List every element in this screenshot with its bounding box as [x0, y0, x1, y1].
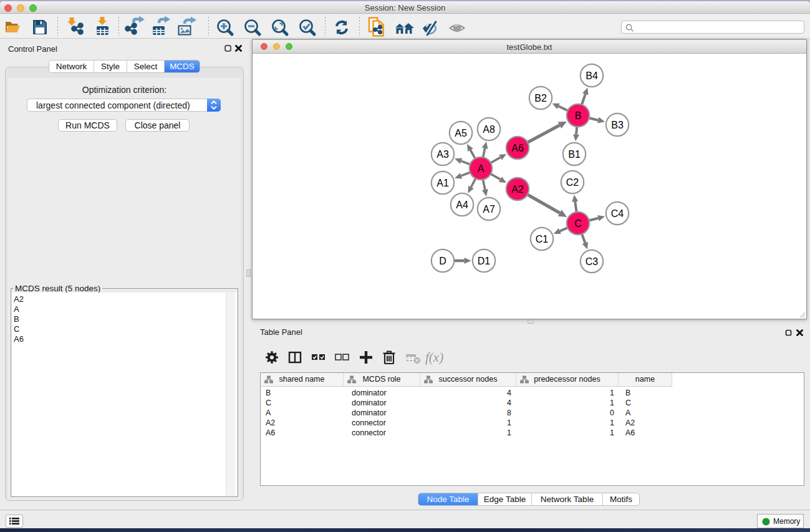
svg-text:D1: D1: [478, 256, 491, 266]
svg-text:C: C: [574, 218, 582, 229]
svg-text:A2: A2: [511, 184, 524, 195]
svg-text:A7: A7: [483, 204, 495, 215]
svg-text:C4: C4: [611, 208, 624, 219]
svg-text:A4: A4: [456, 200, 468, 210]
svg-text:A3: A3: [436, 149, 449, 160]
svg-text:B: B: [575, 110, 582, 121]
svg-text:C3: C3: [586, 256, 599, 267]
svg-text:A1: A1: [436, 178, 449, 188]
svg-text:D: D: [439, 256, 446, 266]
svg-text:A6: A6: [511, 143, 524, 153]
svg-text:B4: B4: [586, 70, 598, 81]
svg-text:A5: A5: [455, 128, 467, 138]
svg-text:B1: B1: [568, 149, 581, 160]
svg-text:B3: B3: [611, 120, 624, 130]
svg-text:A8: A8: [483, 124, 495, 135]
svg-text:A: A: [478, 163, 485, 174]
svg-text:B2: B2: [534, 93, 547, 104]
svg-text:f(x): f(x): [425, 350, 443, 365]
svg-text:C2: C2: [566, 177, 579, 188]
svg-text:C1: C1: [536, 234, 549, 244]
